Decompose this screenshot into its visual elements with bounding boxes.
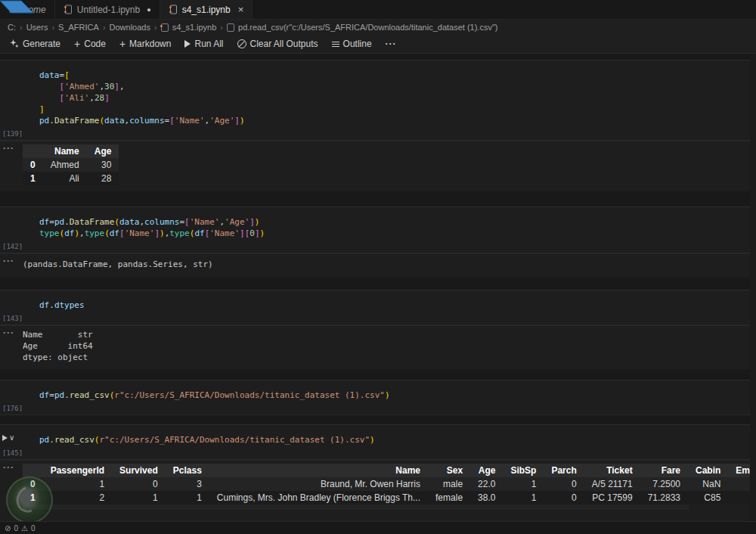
breadcrumb-item[interactable]: S_AFRICA: [58, 23, 99, 32]
code-editor[interactable]: df.dtypes: [39, 300, 750, 311]
table-cell: Ali: [43, 172, 87, 185]
column-header: [23, 144, 43, 158]
execution-count: [139]: [2, 130, 23, 138]
run-icon: [184, 40, 191, 48]
column-header: Fare: [640, 464, 688, 477]
table-cell: 1: [166, 491, 209, 505]
chevron-right-icon: ›: [20, 23, 23, 32]
tab-label: Untitled-1.ipynb: [77, 5, 140, 15]
table-row: 0103Braund, Mr. Owen Harrismale22.010A/5…: [23, 477, 750, 491]
table-cell: Ahmed: [43, 158, 87, 172]
chevron-down-icon: ∨: [9, 433, 14, 442]
code-cell-2[interactable]: df=pd.DataFrame(data,columns=['Name','Ag…: [0, 206, 750, 253]
chevron-right-icon: ›: [154, 23, 157, 32]
table-cell: 1: [112, 491, 166, 505]
notebook-icon: [161, 23, 169, 32]
notebook-icon: [169, 5, 178, 14]
dataframe-table: NameAge0Ahmed301Ali28: [23, 144, 119, 185]
row-index: 1: [23, 172, 43, 185]
errors-count[interactable]: 0: [14, 524, 18, 532]
warnings-count[interactable]: 0: [31, 524, 36, 532]
table-cell: A/5 21171: [584, 477, 640, 491]
code-cell-5[interactable]: ∨ pd.read_csv(r"c:/Users/S_AFRICA/Downlo…: [0, 424, 750, 460]
breadcrumb-item[interactable]: s4_s1.ipynb: [172, 23, 217, 32]
table-cell: 71.2833: [640, 491, 688, 505]
table-cell: 1: [503, 477, 544, 491]
table-cell: PC 17599: [584, 491, 640, 505]
clear-icon: [237, 39, 246, 48]
vertical-scrollbar[interactable]: [750, 54, 756, 521]
run-cell-button[interactable]: ∨: [2, 433, 14, 442]
output-menu-icon[interactable]: ···: [3, 257, 14, 265]
output-menu-icon[interactable]: ···: [3, 329, 14, 337]
column-header: Pclass: [166, 464, 209, 477]
run-icon: [2, 435, 8, 441]
chevron-right-icon: ›: [220, 23, 223, 32]
column-header: PassengerId: [43, 464, 112, 477]
row-index: 0: [23, 158, 43, 172]
vscode-window: Welcome Untitled-1.ipynb ● s4_s1.ipynb ×…: [0, 0, 756, 534]
add-code-button[interactable]: + Code: [67, 35, 113, 53]
errors-icon[interactable]: ⊘: [5, 524, 11, 532]
breadcrumb-item[interactable]: Users: [26, 23, 48, 32]
table-cell: 7.2500: [640, 477, 688, 491]
breadcrumb-item[interactable]: Downloads: [110, 23, 150, 32]
breadcrumb-item[interactable]: C:: [8, 23, 16, 32]
modified-dot-icon[interactable]: ●: [147, 6, 150, 14]
table-row: 1211Cumings, Mrs. John Bradley (Florence…: [23, 491, 750, 505]
add-markdown-button[interactable]: + Markdown: [113, 35, 178, 53]
tab-s4-s1-notebook[interactable]: s4_s1.ipynb ×: [160, 0, 253, 19]
table-cell: 0: [544, 491, 584, 505]
output-menu-icon[interactable]: ···: [3, 144, 14, 152]
run-all-label: Run All: [194, 39, 223, 49]
code-editor[interactable]: data=[ ['Ahmed',30], ['Ali',28]]pd.DataF…: [39, 70, 750, 126]
generate-label: Generate: [23, 39, 60, 49]
cell-symbol-icon: [227, 23, 234, 32]
table-cell: C85: [688, 491, 728, 505]
table-cell: 22.0: [470, 477, 503, 491]
chevron-right-icon: ›: [51, 23, 54, 32]
clear-all-outputs-button[interactable]: Clear All Outputs: [231, 35, 325, 53]
execution-count: [143]: [2, 315, 23, 322]
tab-label: s4_s1.ipynb: [182, 5, 231, 15]
code-editor[interactable]: df=pd.DataFrame(data,columns=['Name','Ag…: [39, 216, 750, 239]
warnings-icon[interactable]: ⚠: [21, 524, 28, 532]
clear-all-label: Clear All Outputs: [250, 39, 318, 49]
more-actions-button[interactable]: ···: [379, 35, 404, 53]
table-cell: S: [728, 477, 750, 491]
tab-untitled-notebook[interactable]: Untitled-1.ipynb ●: [55, 0, 160, 19]
execution-count: [142]: [2, 243, 23, 250]
column-header: Ticket: [584, 464, 640, 477]
add-markdown-label: Markdown: [129, 39, 171, 49]
table-cell: 28: [87, 172, 119, 185]
close-icon[interactable]: ×: [238, 4, 244, 15]
generate-button[interactable]: Generate: [3, 35, 67, 53]
run-all-button[interactable]: Run All: [178, 35, 230, 53]
code-cell-4[interactable]: df=pd.read_csv(r"c:/Users/S_AFRICA/Downl…: [0, 380, 750, 415]
execution-count: [145]: [2, 449, 23, 457]
outline-button[interactable]: Outline: [325, 35, 379, 53]
table-cell: C: [728, 491, 750, 505]
watermark-logo: [6, 477, 53, 523]
code-cell-1[interactable]: data=[ ['Ahmed',30], ['Ali',28]]pd.DataF…: [0, 60, 750, 141]
table-row: 1Ali28: [23, 172, 119, 185]
notebook-editor: data=[ ['Ahmed',30], ['Ali',28]]pd.DataF…: [0, 54, 750, 521]
table-cell: 30: [87, 158, 119, 172]
cell-output-1: ··· NameAge0Ahmed301Ali28: [0, 141, 750, 191]
dataframe-table: PassengerIdSurvivedPclassNameSexAgeSibSp…: [23, 464, 750, 505]
column-header: Cabin: [688, 464, 728, 477]
output-text: (pandas.DataFrame, pandas.Series, str): [23, 259, 750, 270]
table-row: 0Ahmed30: [23, 158, 119, 172]
code-editor[interactable]: pd.read_csv(r"c:/Users/S_AFRICA/Download…: [39, 434, 750, 446]
code-cell-3[interactable]: df.dtypes [143]: [0, 290, 750, 325]
notebook-toolbar: Generate + Code + Markdown Run All Clear…: [0, 35, 756, 54]
table-cell: 1: [503, 491, 544, 505]
ellipsis-icon: ···: [386, 39, 397, 49]
breadcrumb-item-cell[interactable]: pd.read_csv(r"c:/Users/S_AFRICA/Download…: [238, 23, 497, 32]
code-editor[interactable]: df=pd.read_csv(r"c:/Users/S_AFRICA/Downl…: [39, 390, 750, 401]
column-header: Name: [209, 464, 428, 477]
table-cell: 0: [112, 477, 166, 491]
output-menu-icon[interactable]: ···: [3, 464, 14, 471]
notebook-icon: [64, 5, 73, 14]
cell-output-2: ··· (pandas.DataFrame, pandas.Series, st…: [0, 253, 750, 278]
